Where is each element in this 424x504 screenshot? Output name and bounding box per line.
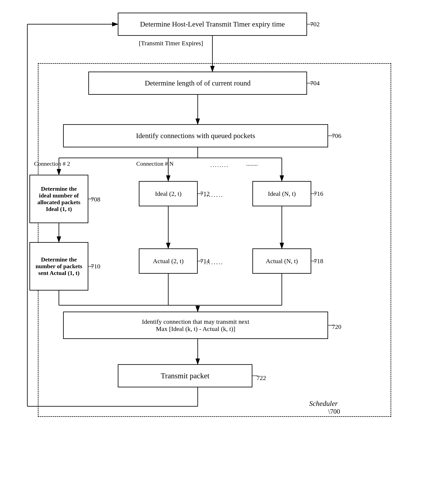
ref-708: 708 <box>91 196 100 203</box>
connection-n-label: ........ <box>246 160 258 167</box>
scheduler-700-label: \700 <box>328 408 340 415</box>
diagram-container: Determine Host-Level Transmit Timer expi… <box>17 6 412 499</box>
ref-706: 706 <box>332 132 341 139</box>
connection-1-label: Connection # 2 <box>34 160 70 167</box>
box-708: Determine the ideal number of allocated … <box>29 175 88 223</box>
ref-714: 714 <box>200 257 210 265</box>
ref-710: 710 <box>91 263 100 270</box>
box-706: Identify connections with queued pockets <box>63 124 328 147</box>
connection-2-label: Connection # N <box>136 160 174 167</box>
ref-716: 716 <box>314 190 323 197</box>
box-716: Ideal (N, t) <box>252 181 311 206</box>
box-720: Identify connection that may transmit ne… <box>63 312 328 339</box>
transmit-timer-label: [Transmit Timer Expires] <box>139 40 203 47</box>
ref-702: 702 <box>310 21 320 28</box>
ref-722: 722 <box>257 374 266 382</box>
ref-712: 712 <box>200 190 210 197</box>
box-718: Actual (N, t) <box>252 249 311 274</box>
box-722: Transmit packet <box>118 364 252 387</box>
ref-704: 704 <box>310 80 320 87</box>
box-702: Determine Host-Level Transmit Timer expi… <box>118 13 307 36</box>
box-704: Determine length of of current round <box>88 72 307 95</box>
ref-720: 720 <box>332 323 341 330</box>
connection-dots-label: ........ <box>210 162 229 168</box>
ref-718: 718 <box>314 257 323 265</box>
scheduler-box <box>38 63 391 417</box>
box-714: Actual (2, t) <box>139 249 198 274</box>
box-710: Determine the number of packets sent Act… <box>29 242 88 291</box>
scheduler-label: Scheduler <box>309 400 338 408</box>
box-712: Ideal (2, t) <box>139 181 198 206</box>
